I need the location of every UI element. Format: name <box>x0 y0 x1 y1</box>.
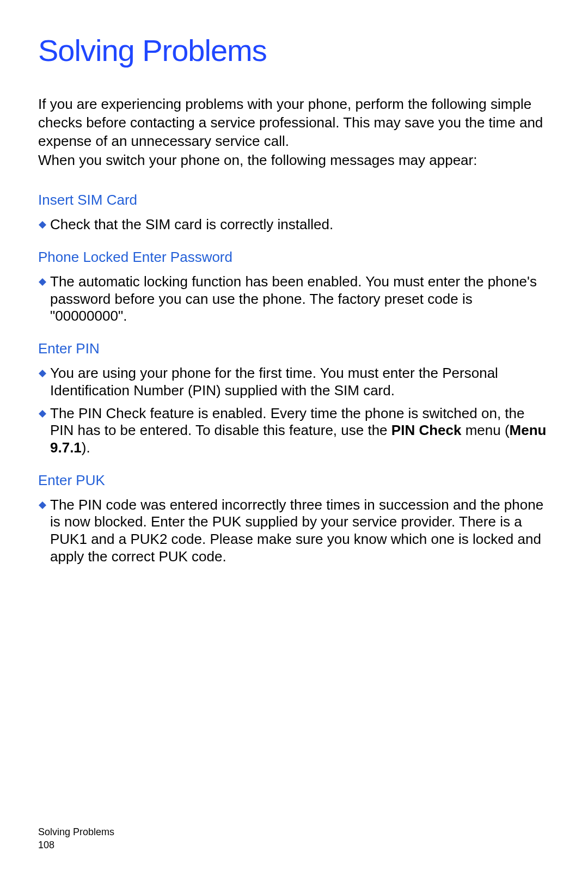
section-heading: Insert SIM Card <box>38 192 550 209</box>
page-footer: Solving Problems 108 <box>38 826 114 852</box>
svg-marker-4 <box>39 501 46 509</box>
diamond-bullet-icon <box>38 220 47 229</box>
bullet-text: The PIN Check feature is enabled. Every … <box>50 405 550 457</box>
svg-marker-3 <box>39 410 46 418</box>
section-heading: Phone Locked Enter Password <box>38 249 550 266</box>
diamond-bullet-icon <box>38 501 47 510</box>
section-heading: Enter PIN <box>38 340 550 357</box>
page-title: Solving Problems <box>38 33 550 68</box>
svg-marker-1 <box>39 278 46 286</box>
footer-page-number: 108 <box>38 839 114 852</box>
svg-marker-2 <box>39 370 46 377</box>
bullet-text: Check that the SIM card is correctly ins… <box>50 216 333 234</box>
intro-block: If you are experiencing problems with yo… <box>38 95 550 170</box>
section-enter-puk: Enter PUK The PIN code was entered incor… <box>38 472 550 566</box>
svg-marker-0 <box>39 221 46 229</box>
bullet-text: You are using your phone for the first t… <box>50 365 550 399</box>
section-enter-pin: Enter PIN You are using your phone for t… <box>38 340 550 457</box>
section-heading: Enter PUK <box>38 472 550 489</box>
list-item: The PIN code was entered incorrectly thr… <box>38 497 550 566</box>
intro-paragraph-1: If you are experiencing problems with yo… <box>38 95 550 150</box>
list-item: The automatic locking function has been … <box>38 273 550 325</box>
intro-paragraph-2: When you switch your phone on, the follo… <box>38 151 550 170</box>
diamond-bullet-icon <box>38 278 47 286</box>
diamond-bullet-icon <box>38 409 47 418</box>
footer-section-title: Solving Problems <box>38 826 114 838</box>
list-item: The PIN Check feature is enabled. Every … <box>38 405 550 457</box>
bullet-text: The automatic locking function has been … <box>50 273 550 325</box>
section-insert-sim: Insert SIM Card Check that the SIM card … <box>38 192 550 234</box>
bullet-text: The PIN code was entered incorrectly thr… <box>50 497 550 566</box>
list-item: You are using your phone for the first t… <box>38 365 550 399</box>
diamond-bullet-icon <box>38 369 47 378</box>
section-phone-locked: Phone Locked Enter Password The automati… <box>38 249 550 325</box>
list-item: Check that the SIM card is correctly ins… <box>38 216 550 234</box>
